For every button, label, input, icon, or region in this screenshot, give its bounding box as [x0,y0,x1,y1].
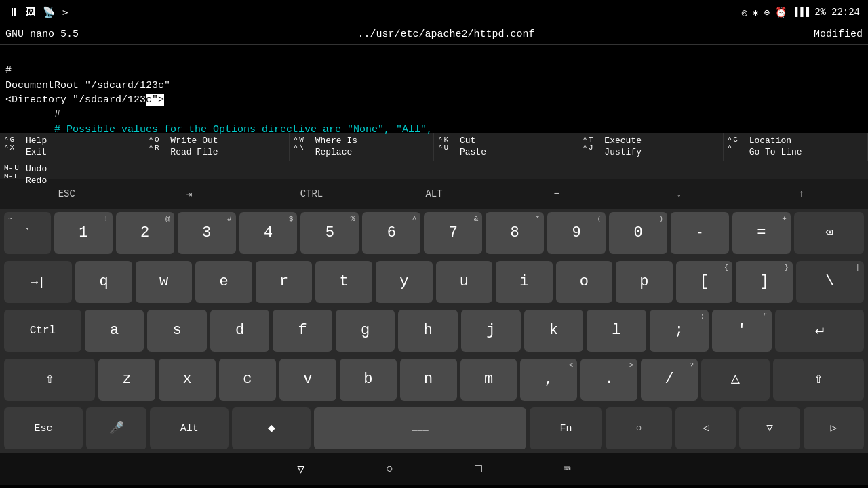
key-z[interactable]: z [98,359,155,401]
key-2[interactable]: @ 2 [116,212,174,254]
focus-icon: ◎ [742,7,747,18]
key-g[interactable]: g [336,310,395,352]
keyboard-row-numbers: ~ ` ! 1 @ 2 # 3 $ 4 % 5 ^ 6 & 7 [0,209,868,258]
modified-status: Modified [814,28,863,40]
key-tilde-backtick[interactable]: ~ ` [4,212,51,254]
status-bar-left: ⏸ 🖼 📡 >_ [8,6,74,19]
key-esc[interactable]: Esc [4,407,83,449]
key-bracket-open[interactable]: { [ [676,261,733,303]
key-q[interactable]: q [75,261,132,303]
pause-icon: ⏸ [8,6,19,19]
key-o[interactable]: o [556,261,613,303]
key-l[interactable]: l [587,310,646,352]
key-k[interactable]: k [524,310,584,352]
key-6[interactable]: ^ 6 [362,212,420,254]
sys-back-button[interactable]: ▽ [297,462,304,476]
key-period[interactable]: > . [580,359,637,401]
key-arrow-left[interactable]: ◁ [675,407,736,449]
key-space[interactable]: ⎽⎽⎽ [314,407,526,449]
keyboard: ~ ` ! 1 @ 2 # 3 $ 4 % 5 ^ 6 & 7 [0,209,868,453]
key-f[interactable]: f [273,310,332,352]
key-shift-left[interactable]: ⇧ [4,359,95,401]
key-c[interactable]: c [219,359,276,401]
key-microphone[interactable]: 🎤 [86,407,146,449]
key-d[interactable]: d [210,310,270,352]
key-slash[interactable]: ? / [641,359,698,401]
key-enter[interactable]: ↵ [775,310,864,352]
key-backspace[interactable]: ⌫ [794,212,864,254]
key-backslash[interactable]: | \ [796,261,864,303]
key-semicolon[interactable]: : ; [650,310,709,352]
editor[interactable]: # DocumentRoot "/sdcard/123c" <Directory… [0,45,868,133]
key-y[interactable]: y [376,261,433,303]
key-a[interactable]: a [85,310,144,352]
arrow-up-nav-btn[interactable]: ↑ [740,179,863,209]
key-tab[interactable]: →| [4,261,72,303]
status-bar-right: ◎ ✱ ⊖ ⏰ ▐▐▐ 2% 22:24 [742,7,860,18]
shortcut-execute-justify: ^T ^J ExecuteJustify [578,133,723,161]
key-1[interactable]: ! 1 [54,212,113,254]
key-fn[interactable]: Fn [530,407,602,449]
key-h[interactable]: h [398,310,458,352]
sys-keyboard-button[interactable]: ⌨ [564,462,571,476]
keyboard-row-zxcv: ⇧ z x c v b n m < , > . ? / △ ⇧ [0,355,868,404]
esc-nav-btn[interactable]: ESC [5,179,128,209]
arrow-down-nav-btn[interactable]: ↓ [618,179,741,209]
image-icon: 🖼 [26,6,36,18]
key-ctrl[interactable]: Ctrl [4,310,81,352]
key-w[interactable]: w [136,261,193,303]
nano-header: GNU nano 5.5 ../usr/etc/apache2/httpd.co… [0,24,868,45]
file-path: ../usr/etc/apache2/httpd.conf [79,28,814,40]
key-circle[interactable]: ○ [606,407,672,449]
key-p[interactable]: p [616,261,673,303]
key-7[interactable]: & 7 [424,212,482,254]
key-m[interactable]: m [460,359,517,401]
app-name: GNU nano 5.5 [5,28,79,40]
sys-home-button[interactable]: ○ [386,462,393,476]
key-alt[interactable]: Alt [150,407,229,449]
keyboard-row-asdf: Ctrl a s d f g h j k l : ; " ' ↵ [0,306,868,355]
alt-nav-btn[interactable]: ALT [373,179,496,209]
key-s[interactable]: s [147,310,207,352]
key-r[interactable]: r [256,261,313,303]
key-quote[interactable]: " ' [712,310,772,352]
key-e[interactable]: e [195,261,252,303]
key-equals[interactable]: + = [732,212,791,254]
key-triangle-up[interactable]: △ [701,359,770,401]
time-label: 22:24 [831,7,860,18]
key-0[interactable]: ) 0 [609,212,667,254]
key-comma[interactable]: < , [520,359,577,401]
key-5[interactable]: % 5 [300,212,359,254]
shortcut-cut-paste: ^K ^U CutPaste [434,133,578,161]
key-i[interactable]: i [496,261,553,303]
signal-icon: 📡 [43,6,56,19]
key-n[interactable]: n [400,359,457,401]
key-arrow-down[interactable]: ▽ [739,407,800,449]
sys-recents-button[interactable]: □ [475,462,482,476]
key-b[interactable]: b [340,359,397,401]
key-v[interactable]: v [279,359,336,401]
signal-bars-icon: ▐▐▐ [792,7,809,18]
key-bracket-close[interactable]: } ] [736,261,793,303]
key-t[interactable]: t [315,261,372,303]
key-8[interactable]: * 8 [486,212,544,254]
editor-line3: <Directory "/sdcard/123c"> # # Possible … [5,94,433,136]
system-nav-bar: ▽ ○ □ ⌨ [0,453,868,485]
keyboard-row-qwerty: →| q w e r t y u i o p { [ } ] | \ [0,258,868,306]
key-x[interactable]: x [159,359,216,401]
tab-nav-btn[interactable]: ⇥ [128,179,251,209]
key-minus[interactable]: - [671,212,729,254]
key-arrow-right[interactable]: ▷ [804,407,864,449]
key-shift-right[interactable]: ⇧ [773,359,864,401]
key-u[interactable]: u [436,261,493,303]
key-4[interactable]: $ 4 [239,212,298,254]
key-diamond[interactable]: ◆ [232,407,311,449]
key-j[interactable]: j [461,310,521,352]
key-9[interactable]: ( 9 [547,212,606,254]
editor-line2: DocumentRoot "/sdcard/123c" [5,80,170,92]
key-3[interactable]: # 3 [178,212,236,254]
dash-nav-btn[interactable]: − [495,179,618,209]
status-bar: ⏸ 🖼 📡 >_ ◎ ✱ ⊖ ⏰ ▐▐▐ 2% 22:24 [0,0,868,24]
shortcut-where-replace: ^W ^\ Where IsReplace [290,133,434,161]
ctrl-nav-btn[interactable]: CTRL [250,179,373,209]
